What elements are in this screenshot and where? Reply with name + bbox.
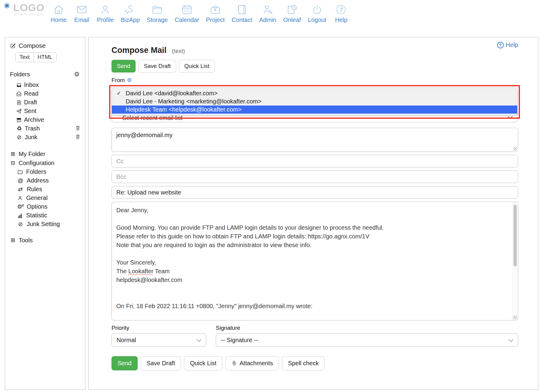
body-resize-handle[interactable] xyxy=(513,316,517,319)
sidebar-item-inbox[interactable]: Inbox xyxy=(16,81,82,89)
folders-settings-gear-icon[interactable]: ⚙ xyxy=(74,71,80,78)
blocked-icon: ⊘ xyxy=(17,221,24,228)
contact-book-icon xyxy=(236,4,248,16)
config-item-address[interactable]: @ Address xyxy=(17,176,82,185)
expand-icon: ⊞ xyxy=(10,237,16,243)
read-envelope-icon xyxy=(16,91,22,97)
quick-list-button[interactable]: Quick List xyxy=(179,60,215,72)
config-item-general[interactable]: General xyxy=(17,194,82,202)
nav-calendar[interactable]: Calendar xyxy=(175,4,199,23)
sidebar-item-tools[interactable]: ⊞ Tools xyxy=(10,236,82,245)
logout-power-icon xyxy=(311,4,323,16)
folders-heading: Folders xyxy=(10,71,30,78)
bizapp-icon xyxy=(124,4,136,16)
chevron-down-icon xyxy=(197,337,202,342)
config-item-rules[interactable]: ⇄ Rules xyxy=(17,185,82,194)
bar-chart-icon xyxy=(17,213,23,219)
bottom-toolbar: Send Save Draft Quick List Attachments S… xyxy=(112,356,518,370)
nav-admin[interactable]: Admin xyxy=(259,4,277,23)
priority-label: Priority xyxy=(112,325,206,331)
quick-list-button-bottom[interactable]: Quick List xyxy=(184,356,222,370)
logo: LOGO LOGO xyxy=(13,2,55,20)
message-body-field[interactable]: Dear Jenny, Good Morning. You can provid… xyxy=(112,202,518,320)
from-option[interactable]: David Lee - Marketing <marketing@lookaft… xyxy=(112,97,517,106)
sidebar-item-read[interactable]: Read xyxy=(16,89,82,98)
send-button-bottom[interactable]: Send xyxy=(112,356,138,370)
spell-check-button[interactable]: Spell check xyxy=(282,356,325,370)
page-title: Compose Mail xyxy=(112,46,167,55)
help-link[interactable]: ? Help xyxy=(497,41,518,48)
save-draft-button[interactable]: Save Draft xyxy=(138,60,176,72)
sidebar-item-my-folder[interactable]: ⊞ My Folder xyxy=(10,149,82,158)
attachments-button[interactable]: Attachments xyxy=(225,356,279,370)
collapse-icon: ⊟ xyxy=(10,160,16,166)
sidebar: Compose Text HTML Folders ⚙ Inbox Read D… xyxy=(5,37,85,390)
to-resize-handle[interactable] xyxy=(513,147,517,151)
save-draft-button-bottom[interactable]: Save Draft xyxy=(141,356,181,370)
cc-field[interactable] xyxy=(112,155,518,167)
nav-bizapp[interactable]: BizApp xyxy=(121,4,140,23)
storage-folder-icon xyxy=(151,4,163,16)
admin-user-key-icon xyxy=(262,4,274,16)
sidebar-item-junk[interactable]: ⊘ Junk xyxy=(16,133,82,142)
chevron-down-icon xyxy=(509,337,514,342)
sidebar-item-trash[interactable]: ♻ Trash xyxy=(16,124,82,133)
from-option-highlighted[interactable]: Helpdesk Team <helpdesk@lookafter.com> xyxy=(112,106,517,114)
top-nav: Home Email Profile BizApp Storage Calend… xyxy=(50,4,349,23)
bcc-field[interactable] xyxy=(112,170,518,183)
top-toolbar: Send Save Draft Quick List xyxy=(112,60,518,72)
nav-project[interactable]: Project xyxy=(206,4,225,23)
inbox-icon xyxy=(16,82,22,88)
signature-select[interactable]: -- Signature -- xyxy=(216,333,518,347)
body-scrollbar-track[interactable] xyxy=(513,202,518,320)
archive-box-icon xyxy=(16,117,22,123)
body-scrollbar-thumb[interactable] xyxy=(514,205,517,266)
sidebar-item-sent[interactable]: Sent xyxy=(16,107,82,115)
nav-home[interactable]: Home xyxy=(50,4,67,23)
gears-icon: ⚙⚙ xyxy=(17,203,24,210)
swap-arrows-icon: ⇄ xyxy=(17,186,24,193)
mode-text-button[interactable]: Text xyxy=(16,53,34,62)
sidebar-item-configuration[interactable]: ⊟ Configuration xyxy=(10,158,82,167)
sent-plane-icon xyxy=(16,108,22,114)
nav-email[interactable]: Email xyxy=(74,4,90,23)
mode-html-button[interactable]: HTML xyxy=(34,53,56,62)
webmail-app: LOGO LOGO Home Email Profile BizApp Stor… xyxy=(0,0,541,392)
sidebar-compose[interactable]: Compose xyxy=(10,42,82,49)
to-field[interactable]: jenny@demomail.my xyxy=(112,128,518,152)
compose-mode-toggle: Text HTML xyxy=(15,52,57,62)
home-icon xyxy=(53,4,65,16)
send-button[interactable]: Send xyxy=(112,60,136,72)
project-briefcase-icon xyxy=(209,4,221,16)
recycle-icon: ♻ xyxy=(16,125,23,132)
email-icon xyxy=(76,4,88,16)
config-item-options[interactable]: ⚙⚙ Options xyxy=(17,202,82,211)
nav-contact[interactable]: Contact xyxy=(232,4,252,23)
sidebar-item-draft[interactable]: Draft xyxy=(16,98,82,107)
config-item-statistic[interactable]: Statistic xyxy=(17,211,82,220)
paperclip-icon xyxy=(231,360,237,366)
sidebar-item-archive[interactable]: Archive xyxy=(16,115,82,124)
nav-storage[interactable]: Storage xyxy=(147,4,168,23)
nav-help[interactable]: ? Help xyxy=(333,4,349,23)
folder-icon xyxy=(17,169,23,175)
subject-field[interactable] xyxy=(112,186,518,199)
blocked-icon: ⊘ xyxy=(16,134,23,141)
trash-can-icon xyxy=(75,125,80,131)
nav-profile[interactable]: Profile xyxy=(97,4,114,23)
trash-can-icon xyxy=(75,134,80,139)
nav-logout[interactable]: Logout xyxy=(308,4,326,23)
config-item-junk-setting[interactable]: ⊘ Junk Setting xyxy=(17,220,82,228)
configuration-list: Folders @ Address ⇄ Rules General ⚙⚙ Opt… xyxy=(10,167,82,228)
draft-document-icon xyxy=(16,100,22,106)
empty-trash-button[interactable] xyxy=(75,125,80,132)
signature-label: Signature xyxy=(216,325,518,331)
config-item-folders[interactable]: Folders xyxy=(17,167,82,176)
from-settings-gear-icon[interactable]: ⚙ xyxy=(127,77,132,84)
from-option-selected[interactable]: ✓ David Lee <david@lookafter.com> xyxy=(112,89,517,97)
nav-onleaf[interactable]: Onleaf xyxy=(283,4,301,23)
priority-select[interactable]: Normal xyxy=(112,333,206,347)
profile-icon xyxy=(99,4,111,16)
empty-junk-button[interactable] xyxy=(75,134,80,140)
from-label: From xyxy=(112,77,125,84)
